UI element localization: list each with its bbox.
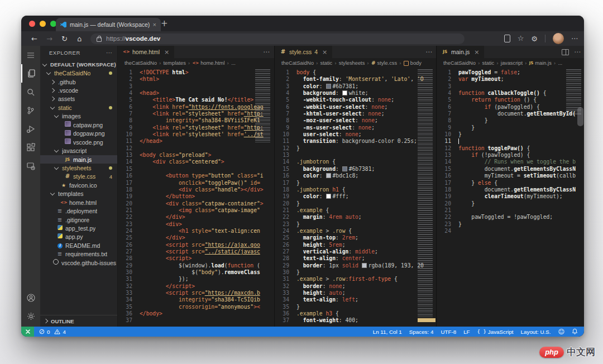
code-line[interactable]: 15 document.getElementsByClassN <box>437 166 584 173</box>
tree-item-javascript[interactable]: javascript <box>40 146 117 155</box>
code-line[interactable]: 33 <script src="https://maxcdn.b <box>118 290 274 296</box>
code-line[interactable]: 25 margin-top: 2rem; <box>275 234 437 241</box>
more-actions-icon[interactable]: ⋯ <box>425 48 432 56</box>
tree-item-main.js[interactable]: JSmain.js <box>40 155 117 164</box>
remote-indicator[interactable] <box>21 327 34 337</box>
status-item-lf[interactable]: LF <box>463 329 470 335</box>
code-line[interactable]: 17 onclick="togglePaw()" id= <box>118 180 274 186</box>
tree-item-home.html[interactable]: <>home.html <box>40 198 117 207</box>
code-line[interactable]: 3 <box>437 83 584 90</box>
tree-item-DEFAULT (WORKSPACE)[interactable]: DEFAULT (WORKSPACE) <box>40 60 117 69</box>
code-line[interactable]: 21 <img class="catpaw-image" <box>118 207 274 214</box>
code-line[interactable]: 37 <box>118 317 274 324</box>
code-line[interactable]: 3 <box>118 83 274 90</box>
status-item-utf-8[interactable]: UTF-8 <box>441 329 456 335</box>
browser-menu-icon[interactable]: ⋯ <box>571 35 578 42</box>
code-line[interactable]: 16 color: #bdc1c8; <box>275 173 437 179</box>
code-line[interactable]: 35} <box>275 304 437 310</box>
code-line[interactable]: 12 <box>118 145 274 152</box>
tree-item-app_test.py[interactable]: app_test.py <box>40 224 117 232</box>
code-line[interactable]: 20 <div class="catpaw-container"> <box>118 200 274 207</box>
new-tab-button[interactable]: + <box>161 18 168 28</box>
split-editor-icon[interactable] <box>562 49 569 55</box>
breadcrumb-item[interactable]: theCatSaidNo <box>125 60 157 66</box>
code-line[interactable]: 23} <box>437 221 584 228</box>
status-item-spaces-4[interactable]: Spaces: 4 <box>409 329 434 335</box>
code-line[interactable]: 29 border: 1px solid rgba(189, 193, 20 <box>275 262 437 269</box>
code-line[interactable]: 8 integrity="sha384-BVYiiSIFeK1 <box>118 117 274 124</box>
code-line[interactable]: 36.example h3 { <box>275 310 437 317</box>
code-line[interactable]: 12} <box>275 145 437 152</box>
search-icon[interactable] <box>21 83 40 101</box>
breadcrumb-item[interactable]: theCatSaidNo <box>443 60 476 66</box>
code-line[interactable]: 5 -webkit-touch-callout: none; <box>275 97 437 103</box>
code-line[interactable]: 21 <box>437 207 584 214</box>
code-line[interactable]: 7 document.getElementById( <box>437 111 584 117</box>
code-line[interactable]: 29 $(window).load(function ( <box>118 262 274 269</box>
code-line[interactable]: 9 <link rel="stylesheet" href="http: <box>118 124 274 131</box>
code-line[interactable]: 26 <script src="https://ajax.goo <box>118 242 274 248</box>
account-icon[interactable] <box>21 289 40 307</box>
code-line[interactable]: 16 <button type="button" class="i <box>118 173 274 179</box>
code-line[interactable]: 28 text-align: center; <box>275 255 437 262</box>
code-line[interactable]: 19 clearTimeout(myTimeout); <box>437 193 584 200</box>
code-line[interactable]: 35 crossorigin="anonymous">< <box>118 304 274 310</box>
code-line[interactable]: 23} <box>275 221 437 228</box>
breadcrumb-item[interactable]: JSmain.js <box>529 60 552 66</box>
tree-item-.gitignore[interactable]: ≡.gitignore <box>40 215 117 224</box>
code-line[interactable]: 32 </script> <box>118 283 274 290</box>
more-actions-icon[interactable]: ⋯ <box>574 48 581 56</box>
code-line[interactable]: 30} <box>275 269 437 276</box>
breadcrumb-item[interactable]: theCatSaidNo <box>281 60 314 66</box>
tab-main.js[interactable]: JSmain.js× <box>437 46 484 58</box>
minimap[interactable] <box>255 69 273 143</box>
refresh-icon[interactable]: ↻ <box>57 35 72 43</box>
home-icon[interactable]: ⌂ <box>72 35 87 43</box>
url-text[interactable]: https://vscode.dev <box>106 35 160 42</box>
code-line[interactable]: 24 <h1 style="text-align:cen <box>118 228 274 234</box>
status-item-javascript[interactable]: { }JavaScript <box>477 329 514 335</box>
code-line[interactable]: 27 <script src="../static/javasc <box>118 248 274 255</box>
notifications-bell-icon[interactable] <box>572 328 578 336</box>
more-actions-icon[interactable]: ⋯ <box>263 48 270 56</box>
tree-item-templates[interactable]: templates <box>40 190 117 198</box>
status-item-ln-11-col-1[interactable]: Ln 11, Col 1 <box>373 329 402 335</box>
tab-home.html[interactable]: <>home.html× <box>118 46 174 58</box>
code-line[interactable]: 20 } <box>437 200 584 207</box>
code-line[interactable]: 4<head> <box>118 90 274 97</box>
breadcrumb-item[interactable]: templates <box>164 60 186 66</box>
code-line[interactable]: 18 <div class="handle"></div> <box>118 186 274 193</box>
code-line[interactable]: 6 -webkit-user-select: none; <box>275 104 437 111</box>
tree-item-favicon.ico[interactable]: ★favicon.ico <box>40 181 117 189</box>
breadcrumb-item[interactable]: <>home.html <box>192 60 224 66</box>
breadcrumb-item[interactable]: static <box>320 60 333 66</box>
code-line[interactable]: 22 pawToggled = !pawToggled; <box>437 214 584 221</box>
breadcrumb-item[interactable]: #style.css <box>371 60 397 66</box>
code-line[interactable]: 7 <link rel="stylesheet" href="http: <box>118 111 274 117</box>
code-line[interactable]: 21.example { <box>275 207 437 214</box>
tree-item-.github[interactable]: .github <box>40 78 117 86</box>
code-line[interactable]: 18 document.getElementsByClassN <box>437 186 584 193</box>
tree-item-vscode.png[interactable]: vscode.png <box>40 138 117 146</box>
code-line[interactable]: 15 <box>118 166 274 173</box>
code-editor[interactable]: 1pawToggled = false;2var myTimeout;34fun… <box>437 68 584 327</box>
code-line[interactable]: 17 } else { <box>437 180 584 186</box>
code-line[interactable]: 4function callbackToggle() { <box>437 90 584 97</box>
code-line[interactable]: 8 -moz-user-select: none; <box>275 117 437 124</box>
breadcrumb-item[interactable]: ... <box>231 60 236 66</box>
code-line[interactable]: 20} <box>275 200 437 207</box>
code-line[interactable]: 10 <link rel='stylesheet' href='../st <box>118 131 274 138</box>
code-line[interactable]: 34 integrity="sha384-Tc5IQib <box>118 296 274 303</box>
breadcrumb-item[interactable]: ... <box>558 60 562 66</box>
outline-section[interactable]: OUTLINE <box>40 315 117 327</box>
minimap[interactable] <box>418 69 436 322</box>
tree-item-requirements.txt[interactable]: ≡requirements.txt <box>40 250 117 258</box>
remote-explorer-icon[interactable] <box>21 156 40 175</box>
code-line[interactable]: 13<body class="preload"> <box>118 152 274 159</box>
code-line[interactable]: 1<!DOCTYPE html> <box>118 69 274 76</box>
address-bar[interactable]: https://vscode.dev <box>90 33 465 44</box>
code-line[interactable]: 23 <div> <box>118 221 274 228</box>
code-line[interactable]: 17} <box>275 180 437 186</box>
code-line[interactable]: 31.example > .row:first-of-type { <box>275 276 437 282</box>
tree-item-dogpaw.png[interactable]: dogpaw.png <box>40 130 117 138</box>
